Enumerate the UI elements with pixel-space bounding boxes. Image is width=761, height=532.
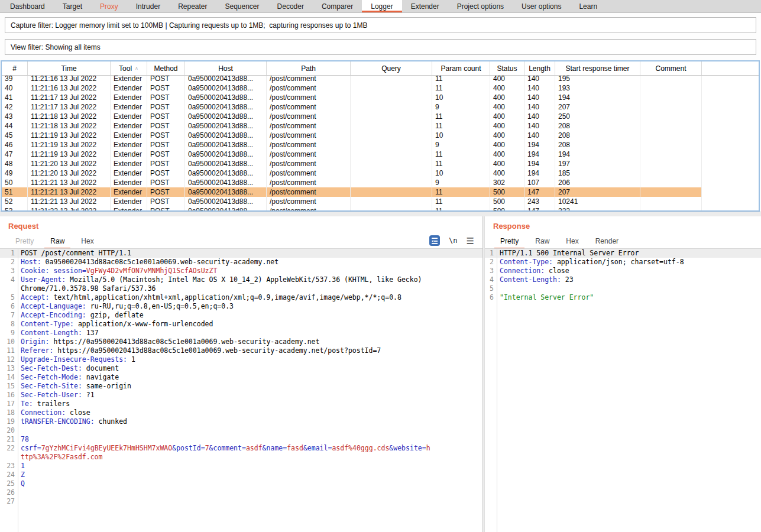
response-tab-pretty[interactable]: Pretty <box>494 235 524 249</box>
log-row-44[interactable]: 4411:21:18 13 Jul 2022ExtenderPOST0a9500… <box>2 121 759 131</box>
capture-filter-bar[interactable]: Capture filter: Logger memory limit set … <box>5 17 756 33</box>
cell-length: 140 <box>524 83 555 93</box>
cell-comment <box>640 178 702 187</box>
menu-tab-comparer[interactable]: Comparer <box>313 0 362 12</box>
line-number: 22 <box>0 444 18 462</box>
cell-param-count: 11 <box>432 197 490 206</box>
log-row-52[interactable]: 5211:21:21 13 Jul 2022ExtenderPOST0a9500… <box>2 197 759 206</box>
log-row-43[interactable]: 4311:21:18 13 Jul 2022ExtenderPOST0a9500… <box>2 112 759 121</box>
cell-query <box>351 121 432 131</box>
log-row-42[interactable]: 4211:21:17 13 Jul 2022ExtenderPOST0a9500… <box>2 102 759 112</box>
column-header-length[interactable]: Length <box>524 61 555 75</box>
cell-start-response-timer: 208 <box>555 140 640 150</box>
cell-tool: Extender <box>111 83 147 93</box>
editor-line-11: 11Referer: https://0a9500020413d88ac08c5… <box>0 346 482 355</box>
menu-tab-target[interactable]: Target <box>54 0 91 12</box>
log-row-51[interactable]: 5111:21:21 13 Jul 2022ExtenderPOST0a9500… <box>2 187 759 197</box>
cell-query <box>351 93 432 102</box>
cell-time: 11:21:21 13 Jul 2022 <box>28 197 111 206</box>
cell-method: POST <box>147 93 185 102</box>
line-content <box>497 284 761 293</box>
editor-line-1: 1POST /post/comment HTTP/1.1 <box>0 249 482 258</box>
log-row-45[interactable]: 4511:21:19 13 Jul 2022ExtenderPOST0a9500… <box>2 131 759 140</box>
menu-tab-dashboard[interactable]: Dashboard <box>1 0 54 12</box>
cell-query <box>351 206 432 212</box>
editor-line-7: 7Accept-Encoding: gzip, deflate <box>0 311 482 320</box>
cell-status: 500 <box>490 206 524 212</box>
cell-host: 0a9500020413d88... <box>185 140 267 150</box>
column-header-host[interactable]: Host <box>185 61 267 75</box>
log-row-40[interactable]: 4011:21:16 13 Jul 2022ExtenderPOST0a9500… <box>2 83 759 93</box>
menu-tab-intruder[interactable]: Intruder <box>127 0 169 12</box>
response-tab-raw[interactable]: Raw <box>529 235 555 249</box>
log-row-41[interactable]: 4111:21:17 13 Jul 2022ExtenderPOST0a9500… <box>2 93 759 102</box>
column-header-start-response-timer[interactable]: Start response timer <box>555 61 640 75</box>
menu-tab-logger[interactable]: Logger <box>362 0 401 12</box>
log-row-49[interactable]: 4911:21:20 13 Jul 2022ExtenderPOST0a9500… <box>2 168 759 178</box>
request-tab-pretty[interactable]: Pretty <box>9 235 40 249</box>
response-editor[interactable]: 1HTTP/1.1 500 Internal Server Error2Cont… <box>485 249 761 532</box>
cell--: 46 <box>2 140 28 150</box>
cell-comment <box>640 159 702 168</box>
editor-menu-icon[interactable]: ☰ <box>467 236 474 245</box>
log-row-46[interactable]: 4611:21:19 13 Jul 2022ExtenderPOST0a9500… <box>2 140 759 150</box>
cell-comment <box>640 206 702 212</box>
column-header-status[interactable]: Status <box>490 61 524 75</box>
column-header-query[interactable]: Query <box>351 61 432 75</box>
line-number: 26 <box>0 488 18 497</box>
column-header-path[interactable]: Path <box>267 61 351 75</box>
column-header-time[interactable]: Time <box>28 61 111 75</box>
column-header-comment[interactable]: Comment <box>640 61 702 75</box>
pretty-print-icon[interactable] <box>429 235 440 246</box>
column-header-param-count[interactable]: Param count <box>432 61 490 75</box>
line-content: Content-Type: application/json; charset=… <box>497 258 761 267</box>
cell-filler <box>702 140 759 150</box>
cell--: 44 <box>2 121 28 131</box>
cell-status: 400 <box>490 168 524 178</box>
menu-tab-sequencer[interactable]: Sequencer <box>216 0 268 12</box>
cell-query <box>351 102 432 112</box>
menu-tab-extender[interactable]: Extender <box>402 0 448 12</box>
cell-host: 0a9500020413d88... <box>185 93 267 102</box>
response-tab-render[interactable]: Render <box>590 235 624 249</box>
column-header--[interactable]: # <box>2 61 28 75</box>
cell-tool: Extender <box>111 93 147 102</box>
request-tab-raw[interactable]: Raw <box>44 235 70 249</box>
line-content: Host: 0a9500020413d88ac08c5c1e001a0069.w… <box>18 258 432 267</box>
cell-param-count: 9 <box>432 102 490 112</box>
cell-filler <box>702 150 759 159</box>
menu-tab-learn[interactable]: Learn <box>570 0 606 12</box>
cell-query <box>351 112 432 121</box>
response-tab-hex[interactable]: Hex <box>560 235 584 249</box>
request-editor[interactable]: 1POST /post/comment HTTP/1.12Host: 0a950… <box>0 249 482 532</box>
cell-param-count: 11 <box>432 112 490 121</box>
log-row-50[interactable]: 5011:21:21 13 Jul 2022ExtenderPOST0a9500… <box>2 178 759 187</box>
view-filter-bar[interactable]: View filter: Showing all items <box>5 39 756 55</box>
line-number: 24 <box>0 471 18 479</box>
response-tabs: PrettyRawHexRender <box>494 235 624 249</box>
column-header-tool[interactable]: Tool∧ <box>111 61 147 75</box>
column-header-method[interactable]: Method <box>147 61 185 75</box>
cell-param-count: 9 <box>432 140 490 150</box>
request-tab-hex[interactable]: Hex <box>75 235 99 249</box>
editor-line-4: 4Content-Length: 23 <box>485 275 761 284</box>
menu-tab-proxy[interactable]: Proxy <box>91 0 127 12</box>
cell-tool: Extender <box>111 112 147 121</box>
editor-line-1: 1HTTP/1.1 500 Internal Server Error <box>485 249 761 258</box>
menu-tab-repeater[interactable]: Repeater <box>169 0 216 12</box>
cell--: 40 <box>2 83 28 93</box>
editor-line-17: 17Te: trailers <box>0 400 482 408</box>
line-number: 6 <box>0 302 18 311</box>
cell-status: 400 <box>490 112 524 121</box>
line-number: 5 <box>485 284 497 293</box>
menu-tab-user-options[interactable]: User options <box>513 0 570 12</box>
line-content: Sec-Fetch-Mode: navigate <box>18 373 432 382</box>
cell-length: 140 <box>524 131 555 140</box>
log-row-48[interactable]: 4811:21:20 13 Jul 2022ExtenderPOST0a9500… <box>2 159 759 168</box>
log-row-47[interactable]: 4711:21:19 13 Jul 2022ExtenderPOST0a9500… <box>2 150 759 159</box>
menu-tab-decoder[interactable]: Decoder <box>268 0 313 12</box>
log-row-53[interactable]: 5311:21:22 13 Jul 2022ExtenderPOST0a9500… <box>2 206 759 212</box>
newline-toggle-icon[interactable]: \n <box>449 236 457 245</box>
line-content: Accept: text/html,application/xhtml+xml,… <box>18 293 432 302</box>
menu-tab-project-options[interactable]: Project options <box>448 0 513 12</box>
